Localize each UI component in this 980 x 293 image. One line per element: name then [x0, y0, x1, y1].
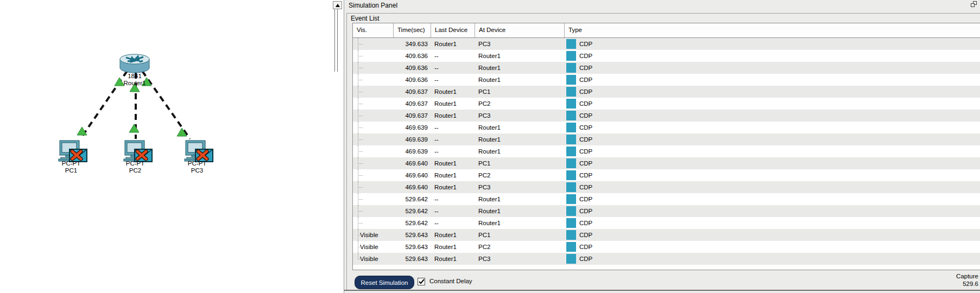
event-row[interactable]: 409.636 -- Router1 CDP — [353, 50, 980, 62]
pc1-model: PC-PT — [44, 160, 98, 167]
event-type-color-chip — [566, 194, 576, 204]
event-at-device: PC1 — [475, 86, 565, 98]
event-last-device: Router1 — [431, 229, 475, 241]
event-row[interactable]: 349.633 Router1 PC3 CDP — [353, 38, 980, 50]
event-row[interactable]: 409.637 Router1 PC1 CDP — [353, 86, 980, 98]
event-time: 529.642 — [394, 193, 431, 205]
event-at-device: Router1 — [475, 193, 565, 205]
event-row[interactable]: 469.639 -- Router1 CDP — [353, 145, 980, 157]
event-type: CDP — [579, 77, 592, 83]
event-time: 409.636 — [394, 74, 431, 86]
pc-icon — [58, 140, 88, 163]
event-row[interactable]: 409.637 Router1 PC2 CDP — [353, 98, 980, 110]
event-type-color-chip — [566, 182, 576, 192]
event-time: 529.643 — [394, 229, 431, 241]
column-header-vis[interactable]: Vis. — [353, 23, 394, 37]
event-at-device: Router1 — [475, 62, 565, 74]
event-type: CDP — [579, 100, 592, 107]
event-type: CDP — [579, 112, 592, 119]
constant-delay-checkbox[interactable] — [418, 278, 425, 285]
event-type-color-chip — [566, 146, 576, 156]
event-last-device: Router1 — [431, 241, 475, 253]
event-row[interactable]: 469.639 -- Router1 CDP — [353, 133, 980, 145]
event-last-device: -- — [431, 145, 475, 157]
reset-simulation-button[interactable]: Reset Simulation — [355, 276, 414, 289]
event-type: CDP — [579, 53, 592, 59]
event-at-device: PC2 — [475, 169, 565, 181]
device-pc2[interactable] — [123, 140, 153, 163]
topology-canvas[interactable]: 1841 Router1 — [0, 0, 333, 293]
event-row[interactable]: 529.642 -- Router1 CDP — [353, 205, 980, 217]
event-row[interactable]: 409.637 Router1 PC3 CDP — [353, 110, 980, 122]
event-row[interactable]: 409.636 -- Router1 CDP — [353, 74, 980, 86]
event-at-device: PC2 — [475, 241, 565, 253]
column-header-type[interactable]: Type — [565, 23, 980, 37]
event-at-device: Router1 — [475, 205, 565, 217]
event-row[interactable]: 529.642 -- Router1 CDP — [353, 193, 980, 205]
router1-name: Router1 — [108, 80, 162, 87]
event-rows: 349.633 Router1 PC3 CDP 409.636 -- Route… — [353, 38, 980, 265]
event-row[interactable]: 469.639 -- Router1 CDP — [353, 122, 980, 133]
simulation-panel: Simulation Panel Event List Vis. Time(se… — [344, 0, 980, 293]
event-time: 469.639 — [394, 122, 431, 133]
links-overlay — [0, 0, 333, 293]
event-type: CDP — [579, 148, 592, 155]
captured-time: 529.6 — [956, 280, 978, 288]
event-type-color-chip — [566, 218, 576, 228]
scrollbar-thumb[interactable] — [334, 9, 338, 72]
event-last-device: Router1 — [431, 86, 475, 98]
event-time: 349.633 — [394, 38, 431, 50]
event-type-color-chip — [566, 254, 576, 264]
event-time: 469.640 — [394, 169, 431, 181]
column-header-time[interactable]: Time(sec) — [394, 23, 431, 37]
router1-model: 1841 — [108, 73, 162, 80]
pc1-name: PC1 — [44, 167, 98, 174]
event-type: CDP — [579, 136, 592, 143]
event-row[interactable]: Visible 529.643 Router1 PC1 CDP — [353, 229, 980, 241]
event-row[interactable]: 409.636 -- Router1 CDP — [353, 62, 980, 74]
undock-panel-icon[interactable] — [971, 1, 977, 7]
device-pc1[interactable] — [58, 140, 88, 163]
pc3-label: PC-PT PC3 — [170, 160, 224, 174]
event-last-device: Router1 — [431, 181, 475, 193]
event-last-device: Router1 — [431, 110, 475, 122]
event-row[interactable]: 469.640 Router1 PC2 CDP — [353, 169, 980, 181]
event-last-device: -- — [431, 217, 475, 229]
event-time: 469.640 — [394, 181, 431, 193]
event-at-device: PC3 — [475, 38, 565, 50]
event-last-device: Router1 — [431, 38, 475, 50]
event-row[interactable]: 529.642 -- Router1 CDP — [353, 217, 980, 229]
device-pc3[interactable] — [184, 140, 214, 163]
column-header-at-device[interactable]: At Device — [475, 23, 565, 37]
event-row[interactable]: 469.640 Router1 PC1 CDP — [353, 157, 980, 169]
event-vis: Visible — [360, 232, 378, 238]
event-type-color-chip — [566, 51, 576, 61]
event-time: 409.637 — [394, 86, 431, 98]
event-type: CDP — [579, 244, 592, 250]
event-time: 409.636 — [394, 62, 431, 74]
event-type-color-chip — [566, 75, 576, 85]
event-at-device: PC2 — [475, 98, 565, 110]
event-type-color-chip — [566, 123, 576, 132]
event-row[interactable]: Visible 529.643 Router1 PC3 CDP — [353, 253, 980, 265]
event-type: CDP — [579, 172, 592, 179]
event-at-device: Router1 — [475, 122, 565, 133]
event-row[interactable]: 469.640 Router1 PC3 CDP — [353, 181, 980, 193]
packet-tracer-window: 1841 Router1 — [0, 0, 980, 293]
event-time: 409.636 — [394, 50, 431, 62]
event-last-device: -- — [431, 133, 475, 145]
event-at-device: Router1 — [475, 145, 565, 157]
event-vis: Visible — [360, 244, 378, 250]
event-type-color-chip — [566, 242, 576, 252]
event-at-device: Router1 — [475, 50, 565, 62]
pc-icon — [184, 140, 214, 163]
event-at-device: PC3 — [475, 110, 565, 122]
scrollbar-up-button[interactable] — [333, 1, 342, 9]
device-router1[interactable] — [119, 53, 151, 75]
event-list-table: Vis. Time(sec) Last Device At Device Typ… — [352, 23, 980, 270]
event-time: 529.643 — [394, 241, 431, 253]
event-row[interactable]: Visible 529.643 Router1 PC2 CDP — [353, 241, 980, 253]
simulation-controls-bar: Reset Simulation Constant Delay — [347, 271, 980, 290]
event-type: CDP — [579, 256, 592, 262]
column-header-last-device[interactable]: Last Device — [431, 23, 475, 37]
